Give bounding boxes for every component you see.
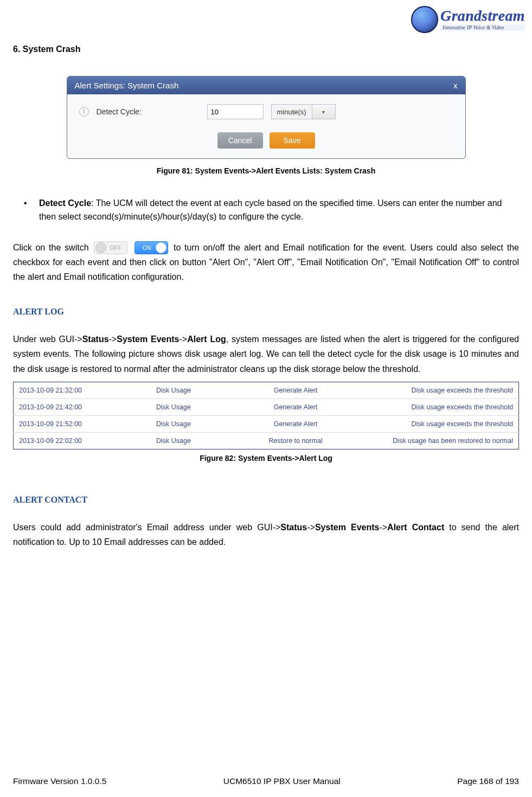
section-6-heading: 6. System Crash xyxy=(13,44,519,54)
fig81-caption: Figure 81: System Events->Alert Events L… xyxy=(13,166,519,175)
footer-left: Firmware Version 1.0.0.5 xyxy=(13,776,106,786)
globe-icon xyxy=(411,6,438,33)
alert-contact-heading: ALERT CONTACT xyxy=(13,495,519,505)
fig82-caption: Figure 82: System Events->Alert Log xyxy=(13,454,519,462)
table-row: 2013-10-09 21:32:00 Disk Usage Generate … xyxy=(14,382,519,398)
switch-on-icon: ON xyxy=(134,241,168,254)
detect-cycle-label: Detect Cycle: xyxy=(97,107,200,116)
alert-contact-paragraph: Users could add administrator's Email ad… xyxy=(13,520,519,549)
page-footer: Firmware Version 1.0.0.5 UCM6510 IP PBX … xyxy=(13,776,519,786)
alert-log-paragraph: Under web GUI->Status->System Events->Al… xyxy=(13,332,519,376)
table-row: 2013-10-09 22:02:00 Disk Usage Restore t… xyxy=(14,432,519,449)
brand-tagline: Innovative IP Voice & Video xyxy=(440,24,525,31)
switch-off-icon: OFF xyxy=(94,241,127,254)
info-icon[interactable]: i xyxy=(79,107,89,117)
save-button[interactable]: Save xyxy=(270,132,315,149)
alert-log-heading: ALERT LOG xyxy=(13,307,519,317)
cancel-button[interactable]: Cancel xyxy=(217,132,263,149)
table-row: 2013-10-09 21:42:00 Disk Usage Generate … xyxy=(14,398,519,415)
table-row: 2013-10-09 21:52:00 Disk Usage Generate … xyxy=(14,415,519,432)
fig81-dialog: Alert Settings: System Crash x i Detect … xyxy=(67,76,466,159)
footer-right: Page 168 of 193 xyxy=(457,776,519,786)
brand-logo: Grandstream Innovative IP Voice & Video xyxy=(419,3,517,36)
fig81-titlebar: Alert Settings: System Crash x xyxy=(67,76,465,94)
bullet-text: : The UCM will detect the event at each … xyxy=(39,198,502,221)
fig81-title: Alert Settings: System Crash xyxy=(75,81,179,90)
switch-para-pre: Click on the switch xyxy=(13,243,92,252)
detect-cycle-input[interactable] xyxy=(207,104,264,119)
footer-center: UCM6510 IP PBX User Manual xyxy=(223,776,341,786)
fig82-table: 2013-10-09 21:32:00 Disk Usage Generate … xyxy=(13,382,519,449)
close-icon[interactable]: x xyxy=(453,81,458,90)
switch-paragraph: Click on the switch OFF ON to turn on/of… xyxy=(13,240,519,285)
bullet-term: Detect Cycle xyxy=(39,198,91,208)
detect-cycle-unit-label: minute(s) xyxy=(272,108,312,116)
detect-cycle-unit-select[interactable]: minute(s) ▾ xyxy=(271,104,336,119)
bullet-detect-cycle: Detect Cycle: The UCM will detect the ev… xyxy=(13,197,519,224)
chevron-down-icon: ▾ xyxy=(312,105,335,119)
brand-name: Grandstream xyxy=(440,8,525,23)
